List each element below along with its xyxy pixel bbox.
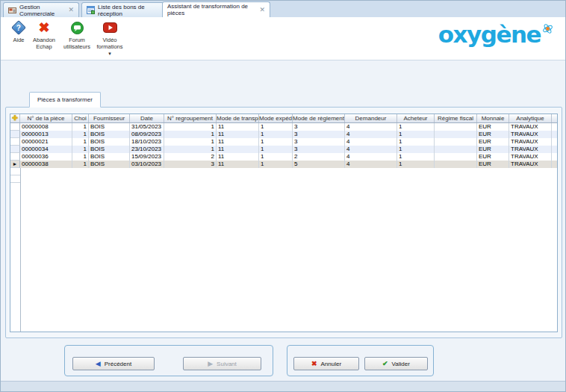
table-cell[interactable]: 11 xyxy=(217,123,259,131)
table-cell[interactable]: 3 xyxy=(293,138,345,146)
table-cell[interactable]: TRAVAUX xyxy=(509,138,552,146)
table-cell[interactable]: 1 xyxy=(397,131,435,138)
table-cell[interactable]: 15/09/2023 xyxy=(130,153,164,161)
table-cell[interactable]: BOIS xyxy=(89,131,130,138)
column-header[interactable]: N° regroupement xyxy=(164,114,217,122)
column-header[interactable]: Régime fiscal xyxy=(435,114,477,122)
table-cell[interactable]: BOIS xyxy=(89,161,130,168)
table-cell[interactable]: 1 xyxy=(397,161,435,168)
table-cell[interactable]: EUR xyxy=(477,123,509,131)
table-cell[interactable]: 00000013 xyxy=(20,131,72,138)
table-cell[interactable]: 08/09/2023 xyxy=(130,131,164,138)
table-cell[interactable]: 1 xyxy=(259,146,293,153)
table-cell[interactable]: 11 xyxy=(217,131,259,138)
table-cell[interactable]: 1 xyxy=(72,131,89,138)
column-header[interactable]: Analytique xyxy=(509,114,552,122)
table-cell[interactable]: 4 xyxy=(345,161,397,168)
table-cell[interactable]: TRAVAUX xyxy=(509,161,552,168)
table-cell[interactable]: TRAVAUX xyxy=(509,153,552,161)
table-cell[interactable]: 1 xyxy=(164,123,217,131)
table-cell[interactable]: 2 xyxy=(293,153,345,161)
column-header[interactable]: Demandeur xyxy=(345,114,397,122)
table-cell[interactable]: TRAVAUX xyxy=(509,131,552,138)
table-cell[interactable]: 1 xyxy=(164,138,217,146)
column-header[interactable]: Mode expéd. xyxy=(259,114,293,122)
column-header[interactable]: Fournisseur xyxy=(89,114,130,122)
table-cell[interactable]: EUR xyxy=(477,131,509,138)
close-icon[interactable]: ✕ xyxy=(259,7,265,13)
page-tab-pieces-a-transformer[interactable]: Pièces à transformer xyxy=(29,92,101,108)
table-cell[interactable]: EUR xyxy=(477,153,509,161)
table-row[interactable]: 000000081BOIS31/05/20231111341EURTRAVAUX xyxy=(10,123,557,131)
table-cell[interactable]: 00000021 xyxy=(20,138,72,146)
table-cell[interactable]: 1 xyxy=(72,138,89,146)
chevron-down-icon[interactable]: ▾ xyxy=(93,51,126,57)
next-button[interactable]: ▶ Suivant xyxy=(183,357,261,370)
table-cell[interactable]: 03/10/2023 xyxy=(130,161,164,168)
previous-button[interactable]: ◀ Précédent xyxy=(72,357,155,370)
table-cell[interactable]: 4 xyxy=(345,146,397,153)
table-cell[interactable]: EUR xyxy=(477,161,509,168)
table-cell[interactable]: 1 xyxy=(164,131,217,138)
table-cell[interactable]: 11 xyxy=(217,153,259,161)
table-cell[interactable]: 00000038 xyxy=(20,161,72,168)
table-cell[interactable]: 3 xyxy=(293,146,345,153)
table-cell[interactable]: 1 xyxy=(397,138,435,146)
table-cell[interactable]: TRAVAUX xyxy=(509,123,552,131)
table-cell[interactable]: 18/10/2023 xyxy=(130,138,164,146)
table-cell[interactable]: BOIS xyxy=(89,138,130,146)
forum-button[interactable]: Forum utilisateurs xyxy=(60,20,93,50)
column-header[interactable]: Acheteur xyxy=(397,114,435,122)
table-cell[interactable] xyxy=(435,161,477,168)
table-cell[interactable]: 1 xyxy=(259,131,293,138)
table-cell[interactable]: 1 xyxy=(397,153,435,161)
table-cell[interactable]: TRAVAUX xyxy=(509,146,552,153)
table-cell[interactable]: 11 xyxy=(217,146,259,153)
column-header[interactable]: N° de la pièce xyxy=(20,114,72,122)
column-header[interactable]: Mode de transport xyxy=(217,114,259,122)
table-row[interactable]: 000000361BOIS15/09/20232111241EURTRAVAUX xyxy=(10,153,557,161)
pieces-grid[interactable]: ✚N° de la pièceChoiFournisseurDateN° reg… xyxy=(10,113,558,332)
table-cell[interactable]: BOIS xyxy=(89,153,130,161)
tab-gestion-commerciale[interactable]: Gestion Commerciale ✕ xyxy=(3,2,79,17)
abandon-button[interactable]: ✖ Abandon Echap xyxy=(28,20,60,50)
table-cell[interactable]: 5 xyxy=(293,161,345,168)
table-cell[interactable]: BOIS xyxy=(89,146,130,153)
table-cell[interactable] xyxy=(435,153,477,161)
table-cell[interactable]: 3 xyxy=(293,123,345,131)
table-cell[interactable]: BOIS xyxy=(89,123,130,131)
table-cell[interactable] xyxy=(435,146,477,153)
table-cell[interactable]: 23/10/2023 xyxy=(130,146,164,153)
table-cell[interactable]: 4 xyxy=(345,131,397,138)
table-cell[interactable]: 4 xyxy=(345,138,397,146)
tab-assistant-transformation[interactable]: Assistant de transformation de pièces ✕ xyxy=(162,1,270,17)
validate-button[interactable]: ✔ Valider xyxy=(364,357,428,370)
table-cell[interactable] xyxy=(435,138,477,146)
table-cell[interactable]: 4 xyxy=(345,153,397,161)
table-cell[interactable]: 1 xyxy=(72,146,89,153)
table-cell[interactable]: 1 xyxy=(72,153,89,161)
table-row[interactable]: 000000341BOIS23/10/20231111341EURTRAVAUX xyxy=(10,146,557,153)
table-cell[interactable]: 1 xyxy=(259,138,293,146)
close-icon[interactable]: ✕ xyxy=(68,7,74,13)
table-cell[interactable]: EUR xyxy=(477,146,509,153)
insert-row-icon[interactable]: ✚ xyxy=(10,114,20,122)
column-header[interactable]: Mode de règlement xyxy=(293,114,345,122)
table-cell[interactable]: 00000008 xyxy=(20,123,72,131)
table-cell[interactable]: EUR xyxy=(477,138,509,146)
table-cell[interactable]: 1 xyxy=(397,123,435,131)
table-cell[interactable]: 3 xyxy=(293,131,345,138)
table-cell[interactable]: 00000036 xyxy=(20,153,72,161)
video-formations-button[interactable]: Vidéo formations ▾ xyxy=(93,20,126,57)
column-header[interactable]: Choi xyxy=(72,114,89,122)
table-cell[interactable]: 1 xyxy=(397,146,435,153)
table-cell[interactable]: 1 xyxy=(259,153,293,161)
table-cell[interactable]: 1 xyxy=(72,161,89,168)
table-row[interactable]: 000000131BOIS08/09/20231111341EURTRAVAUX xyxy=(10,131,557,138)
table-row[interactable]: 000000211BOIS18/10/20231111341EURTRAVAUX xyxy=(10,138,557,146)
table-cell[interactable]: 11 xyxy=(217,138,259,146)
column-header[interactable]: Date xyxy=(130,114,164,122)
table-cell[interactable]: 1 xyxy=(164,146,217,153)
table-cell[interactable]: 2 xyxy=(164,153,217,161)
cancel-button[interactable]: ✖ Annuler xyxy=(293,357,359,370)
